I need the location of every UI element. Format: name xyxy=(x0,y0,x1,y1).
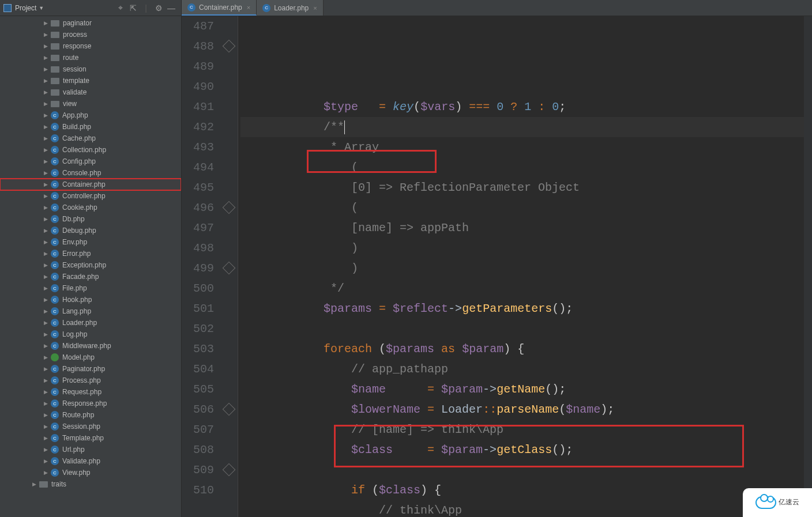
expand-arrow-icon[interactable]: ▶ xyxy=(43,354,48,360)
expand-arrow-icon[interactable]: ▶ xyxy=(43,366,48,372)
expand-arrow-icon[interactable]: ▶ xyxy=(43,343,48,349)
expand-arrow-icon[interactable]: ▶ xyxy=(43,320,48,326)
code-editor[interactable]: 4874884894904914924934944954964974984995… xyxy=(182,16,812,517)
tree-file[interactable]: ▶CSession.php xyxy=(0,421,181,432)
expand-arrow-icon[interactable]: ▶ xyxy=(43,331,48,337)
tree-folder[interactable]: ▶template xyxy=(0,75,181,86)
target-icon[interactable]: ⌖ xyxy=(115,3,126,13)
fold-gutter[interactable] xyxy=(222,16,238,517)
tree-file[interactable]: ▶CCache.php xyxy=(0,133,181,144)
fold-marker-icon[interactable] xyxy=(223,201,236,214)
collapse-icon[interactable]: ⇱ xyxy=(128,3,138,13)
tree-file[interactable]: ▶CBuild.php xyxy=(0,121,181,133)
fold-marker-icon[interactable] xyxy=(223,262,236,275)
expand-arrow-icon[interactable]: ▶ xyxy=(43,135,48,141)
tree-file[interactable]: ▶CFacade.php xyxy=(0,271,181,282)
expand-arrow-icon[interactable]: ▶ xyxy=(43,43,48,49)
code-line[interactable]: */ xyxy=(240,278,812,299)
tree-folder[interactable]: ▶response xyxy=(0,40,181,52)
tree-file[interactable]: ▶CLang.php xyxy=(0,305,181,317)
expand-arrow-icon[interactable]: ▶ xyxy=(43,159,48,164)
code-line[interactable]: // app_pathapp xyxy=(240,359,812,379)
expand-arrow-icon[interactable]: ▶ xyxy=(43,20,48,26)
fold-marker-icon[interactable] xyxy=(223,40,236,53)
tree-file[interactable]: ▶CConfig.php xyxy=(0,156,181,167)
tree-file[interactable]: ▶CEnv.php xyxy=(0,236,181,248)
expand-arrow-icon[interactable]: ▶ xyxy=(43,389,48,395)
expand-arrow-icon[interactable]: ▶ xyxy=(43,285,48,291)
gear-icon[interactable]: ⚙ xyxy=(153,3,164,13)
expand-arrow-icon[interactable]: ▶ xyxy=(43,308,48,314)
tree-folder[interactable]: ▶process xyxy=(0,29,181,40)
code-line[interactable]: // [name] => think\App xyxy=(240,420,812,440)
expand-arrow-icon[interactable]: ▶ xyxy=(31,481,37,487)
code-line[interactable]: if ($class) { xyxy=(240,480,812,500)
expand-arrow-icon[interactable]: ▶ xyxy=(43,239,48,245)
expand-arrow-icon[interactable]: ▶ xyxy=(43,193,48,199)
expand-arrow-icon[interactable]: ▶ xyxy=(43,182,48,187)
code-line[interactable]: ( xyxy=(240,157,812,178)
tree-folder[interactable]: ▶session xyxy=(0,63,181,75)
tree-file[interactable]: ▶CValidate.php xyxy=(0,455,181,467)
code-line[interactable]: $name = $param->getName(); xyxy=(240,379,812,399)
code-line[interactable]: $lowerName = Loader::parseName($name); xyxy=(240,399,812,420)
code-line[interactable]: /** xyxy=(240,117,812,137)
expand-arrow-icon[interactable]: ▶ xyxy=(43,66,48,72)
code-area[interactable]: $type = key($vars) === 0 ? 1 : 0; /** * … xyxy=(238,16,812,517)
expand-arrow-icon[interactable]: ▶ xyxy=(43,228,48,233)
tree-file[interactable]: ▶CResponse.php xyxy=(0,398,181,409)
project-panel-header[interactable]: Project ▼ ⌖ ⇱ | ⚙ — xyxy=(0,0,182,16)
editor-tab[interactable]: CContainer.php× xyxy=(182,0,257,16)
expand-arrow-icon[interactable]: ▶ xyxy=(43,262,48,268)
expand-arrow-icon[interactable]: ▶ xyxy=(43,89,48,95)
expand-arrow-icon[interactable]: ▶ xyxy=(43,424,48,429)
code-line[interactable]: ) xyxy=(240,258,812,278)
tree-file[interactable]: ▶CFile.php xyxy=(0,282,181,294)
expand-arrow-icon[interactable]: ▶ xyxy=(43,378,48,383)
tree-file[interactable]: ▶CContainer.php xyxy=(0,179,181,190)
expand-arrow-icon[interactable]: ▶ xyxy=(43,458,48,464)
tree-file[interactable]: ▶CCollection.php xyxy=(0,144,181,156)
tree-folder[interactable]: ▶route xyxy=(0,52,181,63)
expand-arrow-icon[interactable]: ▶ xyxy=(43,435,48,441)
tree-file[interactable]: ▶CMiddleware.php xyxy=(0,340,181,352)
tree-file[interactable]: ▶CController.php xyxy=(0,190,181,202)
code-line[interactable]: foreach ($params as $param) { xyxy=(240,339,812,359)
tree-file[interactable]: ▶CDebug.php xyxy=(0,225,181,236)
tree-file[interactable]: ▶CException.php xyxy=(0,259,181,271)
tree-folder[interactable]: ▶view xyxy=(0,98,181,110)
tree-file[interactable]: ▶CLoader.php xyxy=(0,317,181,329)
close-icon[interactable]: × xyxy=(313,5,317,12)
code-line[interactable]: [0] => ReflectionParameter Object xyxy=(240,178,812,198)
tree-file[interactable]: ▶CUrl.php xyxy=(0,444,181,455)
code-line[interactable]: $params = $reflect->getParameters(); xyxy=(240,299,812,319)
tree-folder[interactable]: ▶validate xyxy=(0,86,181,98)
tree-file[interactable]: ▶CDb.php xyxy=(0,213,181,225)
expand-arrow-icon[interactable]: ▶ xyxy=(43,274,48,280)
tree-file[interactable]: ▶CLog.php xyxy=(0,329,181,340)
tree-file[interactable]: ▶CApp.php xyxy=(0,110,181,121)
expand-arrow-icon[interactable]: ▶ xyxy=(43,147,48,153)
expand-arrow-icon[interactable]: ▶ xyxy=(43,216,48,222)
tree-folder[interactable]: ▶traits xyxy=(0,478,181,490)
expand-arrow-icon[interactable]: ▶ xyxy=(43,401,48,406)
code-line[interactable]: [name] => appPath xyxy=(240,218,812,238)
expand-arrow-icon[interactable]: ▶ xyxy=(43,112,48,118)
project-dropdown-icon[interactable]: ▼ xyxy=(39,5,44,11)
tree-file[interactable]: ▶Model.php xyxy=(0,352,181,363)
code-line[interactable] xyxy=(240,319,812,339)
code-line[interactable]: * Array xyxy=(240,137,812,157)
tree-file[interactable]: ▶CProcess.php xyxy=(0,375,181,386)
tree-file[interactable]: ▶CRoute.php xyxy=(0,409,181,421)
expand-arrow-icon[interactable]: ▶ xyxy=(43,470,48,476)
fold-marker-icon[interactable] xyxy=(223,403,236,416)
expand-arrow-icon[interactable]: ▶ xyxy=(43,170,48,176)
expand-arrow-icon[interactable]: ▶ xyxy=(43,412,48,418)
code-line[interactable]: $class = $param->getClass(); xyxy=(240,440,812,460)
code-line[interactable]: ( xyxy=(240,198,812,218)
code-line[interactable]: $type = key($vars) === 0 ? 1 : 0; xyxy=(240,97,812,117)
expand-arrow-icon[interactable]: ▶ xyxy=(43,297,48,303)
expand-arrow-icon[interactable]: ▶ xyxy=(43,55,48,61)
expand-arrow-icon[interactable]: ▶ xyxy=(43,205,48,210)
tree-file[interactable]: ▶CConsole.php xyxy=(0,167,181,179)
